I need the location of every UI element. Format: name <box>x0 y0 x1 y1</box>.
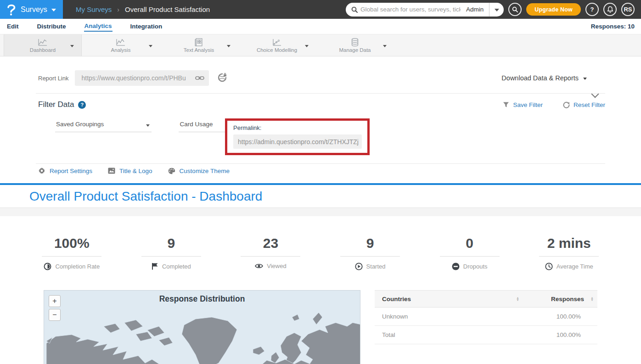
stat-dropouts: 0 Dropouts <box>420 235 519 270</box>
tab-distribute[interactable]: Distribute <box>37 22 67 31</box>
report-settings-button[interactable]: Report Settings <box>38 167 92 174</box>
title-logo-button[interactable]: Title & Logo <box>108 168 152 174</box>
report-settings-row: Report Settings Title & Logo Customize T… <box>38 170 605 182</box>
filter-help-icon[interactable]: ? <box>78 101 86 109</box>
stat-value: 23 <box>263 235 278 251</box>
breadcrumb-my-surveys[interactable]: My Surveys <box>76 6 112 13</box>
global-search-input[interactable] <box>360 6 461 13</box>
report-settings-label: Report Settings <box>50 168 92 174</box>
avatar[interactable]: RS <box>621 3 635 16</box>
chevron-down-icon[interactable] <box>70 45 74 47</box>
stat-value: 9 <box>366 235 374 251</box>
title-logo-label: Title & Logo <box>119 168 152 174</box>
notifications-button[interactable] <box>603 3 617 16</box>
global-search[interactable]: Admin <box>346 3 504 17</box>
questionpro-logo-icon <box>6 3 17 16</box>
reset-filter-button[interactable]: Reset Filter <box>563 101 605 108</box>
refresh-icon <box>563 101 570 108</box>
search-icon <box>512 6 518 12</box>
stat-completed: 9 Completed <box>122 235 221 270</box>
save-filter-button[interactable]: Save Filter <box>503 101 543 108</box>
save-filter-label: Save Filter <box>513 101 543 108</box>
toolbar-manage-data[interactable]: Manage Data <box>316 34 394 56</box>
divider <box>42 256 101 257</box>
report-privacy-button[interactable] <box>217 73 227 83</box>
customize-theme-label: Customize Theme <box>180 168 230 174</box>
eye-icon <box>255 263 263 269</box>
analytics-toolbar: Dashboard Analysis <box>0 34 641 56</box>
product-name: Surveys <box>21 6 47 14</box>
column-responses[interactable]: Responses ▲▼ <box>526 296 595 302</box>
toolbar-label: Analysis <box>111 47 131 53</box>
stat-label: Average Time <box>557 263 593 270</box>
column-countries[interactable]: Countries ▲▼ <box>382 296 526 302</box>
filter-header: Filter Data ? Save Filter Reset Filter <box>38 100 605 109</box>
country-cell: Total <box>382 331 526 338</box>
chevron-down-icon[interactable] <box>227 45 231 47</box>
permalink-label: Permalink: <box>233 124 362 131</box>
page-title: Overall Product Satisfaction - Dashboard <box>29 189 262 204</box>
permalink-value: https://admin.questionpro.com/t/ZTHXJTZj <box>238 138 359 146</box>
report-panel: Report Link https://www.questionpro.com/… <box>22 70 619 182</box>
divider <box>340 256 400 257</box>
product-switcher[interactable]: Surveys <box>0 0 63 19</box>
tab-edit[interactable]: Edit <box>6 22 19 31</box>
search-scope-label: Admin <box>461 6 489 13</box>
stat-value: 2 mins <box>547 235 591 251</box>
scatter-chart-icon <box>271 38 282 47</box>
stat-label: Dropouts <box>463 263 488 270</box>
flag-icon <box>152 263 158 270</box>
report-link-field[interactable]: https://www.questionpro.com/t/PHBu <box>75 70 209 86</box>
report-link-row: Report Link https://www.questionpro.com/… <box>22 70 619 86</box>
chevron-down-icon[interactable] <box>305 45 309 47</box>
sort-icon[interactable]: ▲▼ <box>590 297 594 301</box>
upgrade-now-button[interactable]: Upgrade Now <box>526 3 581 16</box>
topbar-actions: Admin Upgrade Now ? RS <box>346 3 641 17</box>
title-band: Overall Product Satisfaction - Dashboard <box>0 185 641 208</box>
zoom-out-button[interactable]: − <box>49 309 61 321</box>
globe-lock-icon <box>217 73 227 83</box>
permalink-field[interactable]: https://admin.questionpro.com/t/ZTHXJTZj <box>233 134 362 149</box>
toolbar-text-analysis[interactable]: Text Analysis <box>160 34 238 56</box>
report-link-label: Report Link <box>38 75 68 82</box>
customize-theme-button[interactable]: Customize Theme <box>168 168 230 174</box>
stat-started: 9 Started <box>320 235 420 270</box>
table-row: Total 100.00% <box>375 326 597 344</box>
toolbar-analysis[interactable]: Analysis <box>82 34 160 56</box>
search-scope-dropdown[interactable] <box>489 3 504 17</box>
tab-integration[interactable]: Integration <box>130 22 163 31</box>
table-row: Unknown 100.00% <box>375 308 597 326</box>
download-label: Download Data & Reports <box>501 74 579 82</box>
sort-icon[interactable]: ▲▼ <box>516 297 519 301</box>
toolbar-dashboard[interactable]: Dashboard <box>4 34 82 56</box>
toolbar-choice-modelling[interactable]: Choice Modelling <box>238 34 316 56</box>
survey-stats: 100% Completion Rate 9 Completed 23 <box>0 216 641 270</box>
toolbar-label: Dashboard <box>30 47 56 53</box>
country-cell: Unknown <box>382 313 526 320</box>
survey-nav: Edit Distribute Analytics Integration Re… <box>0 19 641 34</box>
saved-groupings-dropdown[interactable]: Saved Groupings <box>55 112 152 132</box>
chevron-down-icon[interactable] <box>149 45 152 47</box>
response-distribution-map: Response Distribution + − <box>44 290 360 364</box>
collapse-panel-chevron[interactable] <box>591 90 599 98</box>
stat-label: Viewed <box>267 263 286 269</box>
responses-cell: 100.00% <box>526 331 595 338</box>
countries-table: Countries ▲▼ Responses ▲▼ Unknown 100.00… <box>375 290 597 364</box>
breadcrumb-separator: › <box>117 6 119 13</box>
bottom-row: Response Distribution + − Countries ▲▼ R… <box>44 290 641 364</box>
database-icon <box>350 38 360 47</box>
link-icon[interactable] <box>195 75 204 81</box>
report-link-value: https://www.questionpro.com/t/PHBu <box>81 74 195 82</box>
document-grid-icon <box>194 38 204 47</box>
chevron-down-icon[interactable] <box>383 45 387 47</box>
stat-label: Completed <box>162 263 191 270</box>
palette-icon <box>168 168 175 174</box>
search-button[interactable] <box>508 3 522 16</box>
tab-analytics[interactable]: Analytics <box>84 21 112 32</box>
help-button[interactable]: ? <box>585 3 599 16</box>
responses-cell: 100.00% <box>526 313 595 320</box>
minus-circle-icon <box>452 263 460 270</box>
download-data-reports[interactable]: Download Data & Reports <box>501 74 587 82</box>
zoom-in-button[interactable]: + <box>49 295 61 307</box>
stat-label: Started <box>366 263 386 270</box>
